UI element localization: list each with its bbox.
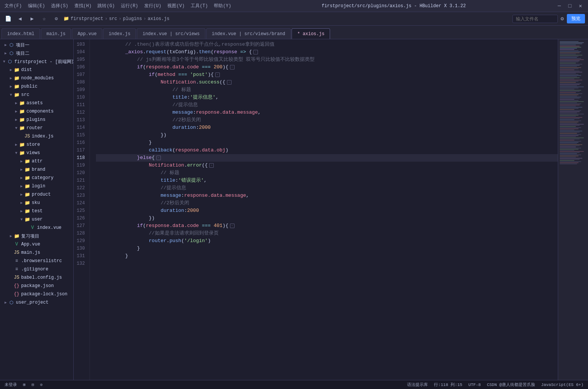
code-line: Notification.success({ -: [96, 79, 558, 86]
folder-icon: 📁: [19, 109, 25, 114]
sidebar-item-review-project[interactable]: ▶ 📁 复习项目: [0, 232, 73, 240]
line-num: 106: [77, 63, 85, 71]
sidebar-item-router-index-js[interactable]: JS index.js: [0, 132, 73, 140]
breadcrumb-file[interactable]: axios.js: [148, 16, 170, 22]
forward-button[interactable]: ▶: [27, 14, 37, 24]
fold-icon[interactable]: -: [156, 156, 161, 160]
sidebar-item-main-js[interactable]: JS main.js: [0, 249, 73, 257]
sidebar-item-user-index-vue[interactable]: V index.vue: [0, 224, 73, 232]
status-icon2[interactable]: ⊟: [32, 382, 34, 387]
filter-icon[interactable]: ⚙: [561, 15, 564, 22]
tab-index-vue-views[interactable]: index.vue | src/views: [137, 28, 205, 39]
menu-run[interactable]: 运行(R): [121, 3, 138, 9]
tab-index-js[interactable]: index.js: [103, 28, 136, 39]
fold-icon[interactable]: -: [227, 80, 231, 85]
line-num: 129: [77, 237, 85, 245]
status-icon1[interactable]: ⊞: [23, 382, 26, 387]
sidebar-item-user-project[interactable]: ▶ ⬡ user_project: [0, 298, 73, 307]
tab-axios-js[interactable]: * axios.js: [292, 28, 330, 39]
sidebar-item-public[interactable]: ▶ 📁 public: [0, 82, 73, 91]
sidebar-item-firstproject[interactable]: ▼ ⬡ firstproject - [前端网页]: [0, 57, 73, 66]
breadcrumb-icon: 📁: [63, 16, 69, 22]
folder-icon: 📁: [24, 167, 30, 173]
tab-index-html[interactable]: index.html: [2, 28, 40, 39]
new-file-button[interactable]: 📄: [3, 14, 13, 24]
sidebar-item-dist[interactable]: ▶ 📁 dist: [0, 66, 73, 74]
folder-icon: 📁: [24, 208, 30, 214]
sidebar-label: brand: [32, 167, 45, 172]
file-search-input[interactable]: [512, 15, 558, 23]
code-editor[interactable]: 103 104 105 106 107 108 109 110 111 112 …: [74, 39, 558, 380]
sidebar-label: index.js: [32, 134, 54, 139]
sidebar-item-router[interactable]: ▼ 📁 router: [0, 124, 73, 132]
status-icon3[interactable]: ⊙: [40, 382, 43, 387]
sidebar-item-user[interactable]: ▼ 📁 user: [0, 215, 73, 224]
fold-icon[interactable]: -: [230, 224, 235, 228]
sidebar-item-browserslistrc[interactable]: ≡ .browserslistrc: [0, 257, 73, 265]
sidebar-item-product[interactable]: ▶ 📁 product: [0, 190, 73, 199]
sidebar-item-category[interactable]: ▶ 📁 category: [0, 174, 73, 182]
code-content[interactable]: // .then()表示请求成功后你想干点什么,response拿到的返回值 _…: [90, 39, 558, 380]
menu-goto[interactable]: 跳转(G): [97, 3, 115, 9]
sidebar-item-brand[interactable]: ▶ 📁 brand: [0, 165, 73, 174]
breadcrumb-plugins[interactable]: plugins: [123, 16, 142, 22]
tab-app-vue[interactable]: App.vue: [72, 28, 102, 39]
folder-icon: 📁: [14, 92, 20, 98]
sidebar-item-components[interactable]: ▶ 📁 components: [0, 107, 73, 116]
sidebar-item-project1[interactable]: ▶ ⬡ 项目一: [0, 41, 73, 49]
tab-main-js[interactable]: main.js: [41, 28, 71, 39]
menu-find[interactable]: 查找(H): [74, 3, 92, 9]
fold-icon[interactable]: -: [215, 73, 220, 77]
history-button[interactable]: ⊙: [51, 14, 61, 24]
sidebar-item-attr[interactable]: ▶ 📁 attr: [0, 157, 73, 165]
expand-icon: ▶: [3, 51, 8, 56]
menu-help[interactable]: 帮助(Y): [214, 3, 231, 9]
back-button[interactable]: ◀: [15, 14, 25, 24]
sidebar-item-package-lock-json[interactable]: {} package-lock.json: [0, 290, 73, 298]
menu-edit[interactable]: 编辑(E): [28, 3, 45, 9]
sidebar-item-babel-config[interactable]: JS babel.config.js: [0, 273, 73, 282]
sidebar-item-login[interactable]: ▶ 📁 login: [0, 182, 73, 190]
window-controls: ─ □ ✕: [556, 3, 583, 9]
sidebar-item-test[interactable]: ▶ 📁 test: [0, 207, 73, 215]
sidebar-item-src[interactable]: ▼ 📁 src: [0, 91, 73, 99]
sidebar-item-assets[interactable]: ▶ 📁 assets: [0, 99, 73, 107]
folder-icon: 📁: [14, 84, 20, 90]
code-line: message:response.data.message,: [96, 192, 558, 199]
menu-file[interactable]: 文件(F): [5, 3, 22, 9]
line-numbers: 103 104 105 106 107 108 109 110 111 112 …: [74, 39, 90, 380]
fold-icon[interactable]: -: [230, 65, 235, 69]
code-line: //提示信息: [96, 184, 558, 192]
sidebar-item-app-vue[interactable]: V App.vue: [0, 240, 73, 249]
sidebar-item-store[interactable]: ▶ 📁 store: [0, 140, 73, 149]
minimize-button[interactable]: ─: [556, 3, 562, 9]
line-num: 115: [77, 131, 85, 139]
expand-icon: ▶: [14, 109, 19, 114]
fold-icon[interactable]: -: [253, 50, 258, 54]
breadcrumb-project[interactable]: firstproject: [71, 16, 103, 22]
sidebar-item-gitignore[interactable]: ≡ .gitignore: [0, 265, 73, 273]
fold-icon[interactable]: -: [209, 163, 214, 168]
breadcrumb-src[interactable]: src: [109, 16, 117, 22]
sidebar-item-sku[interactable]: ▶ 📁 sku: [0, 199, 73, 207]
tab-index-vue-brand[interactable]: index.vue | src/views/brand: [206, 28, 291, 39]
line-num: 126: [77, 215, 85, 222]
sidebar-item-package-json[interactable]: {} package.json: [0, 282, 73, 290]
menu-publish[interactable]: 发行(U): [144, 3, 162, 9]
menu-tools[interactable]: 工具(T): [191, 3, 208, 9]
menu-view[interactable]: 视图(V): [167, 3, 185, 9]
sidebar-label: assets: [26, 100, 43, 106]
line-num-active: 118: [77, 154, 85, 162]
sidebar-item-views[interactable]: ▼ 📁 views: [0, 149, 73, 157]
preview-button[interactable]: 预览: [567, 14, 585, 23]
menu-select[interactable]: 选择(S): [51, 3, 68, 9]
expand-icon: ▶: [19, 201, 24, 205]
sidebar-item-node-modules[interactable]: ▶ 📁 node_modules: [0, 74, 73, 82]
bookmark-button[interactable]: ☆: [39, 14, 49, 24]
status-login[interactable]: 未登录: [5, 382, 17, 387]
status-position: 行:118 列:15: [434, 382, 462, 387]
sidebar-item-project2[interactable]: ▶ ⬡ 项目二: [0, 49, 73, 57]
sidebar-item-plugins[interactable]: ▶ 📁 plugins: [0, 116, 73, 124]
maximize-button[interactable]: □: [567, 3, 573, 9]
close-button[interactable]: ✕: [577, 3, 583, 9]
